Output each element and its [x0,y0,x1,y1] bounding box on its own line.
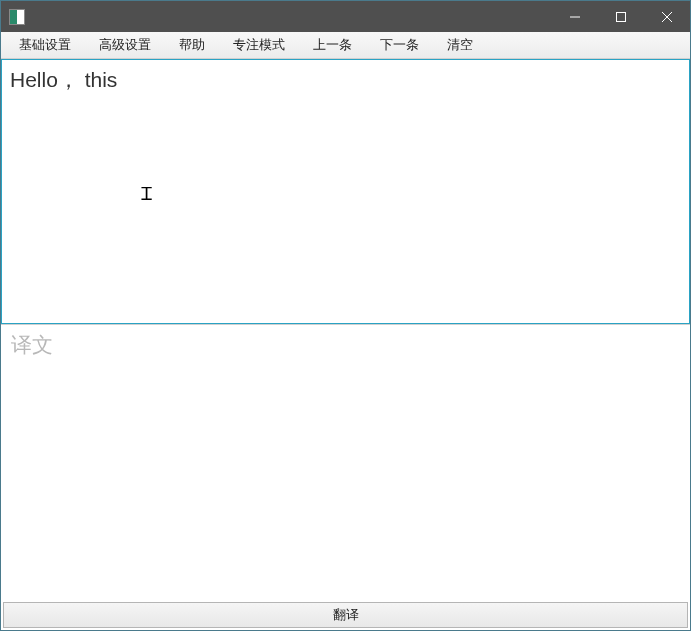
target-pane[interactable]: 译文 [1,324,690,600]
app-window: 基础设置 高级设置 帮助 专注模式 上一条 下一条 清空 Ꮖ 译文 翻译 [0,0,691,631]
menubar: 基础设置 高级设置 帮助 专注模式 上一条 下一条 清空 [1,32,690,59]
close-icon [662,12,672,22]
menu-previous[interactable]: 上一条 [299,33,366,57]
window-controls [552,1,690,32]
source-pane: Ꮖ [1,59,690,324]
menu-next[interactable]: 下一条 [366,33,433,57]
translate-label: 翻译 [333,606,359,624]
svg-rect-1 [617,12,626,21]
menu-focus-mode[interactable]: 专注模式 [219,33,299,57]
menu-basic-settings[interactable]: 基础设置 [5,33,85,57]
menu-clear[interactable]: 清空 [433,33,487,57]
maximize-button[interactable] [598,1,644,32]
content-area: Ꮖ 译文 [1,59,690,600]
app-icon [9,9,25,25]
translate-button[interactable]: 翻译 [3,602,688,628]
titlebar[interactable] [1,1,690,32]
menu-advanced-settings[interactable]: 高级设置 [85,33,165,57]
minimize-button[interactable] [552,1,598,32]
source-input[interactable] [2,60,689,323]
maximize-icon [616,12,626,22]
target-placeholder: 译文 [11,331,680,359]
menu-help[interactable]: 帮助 [165,33,219,57]
minimize-icon [570,12,580,22]
close-button[interactable] [644,1,690,32]
